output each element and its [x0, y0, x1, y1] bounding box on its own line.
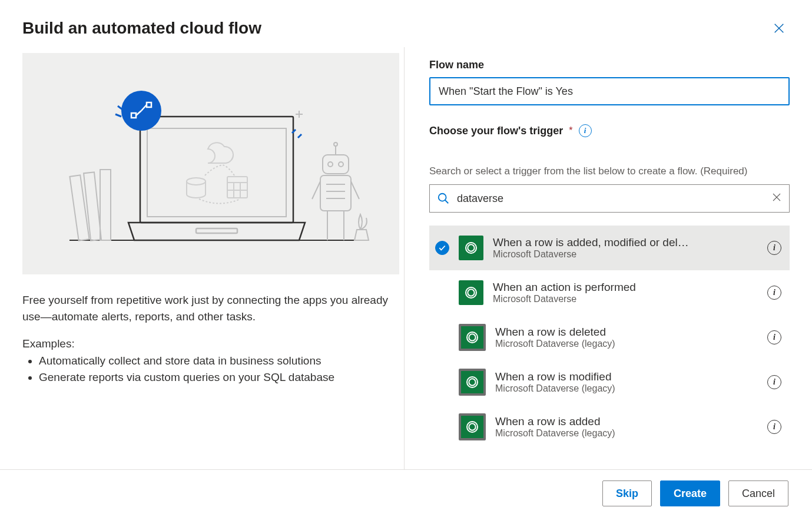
examples-label: Examples:	[22, 337, 392, 350]
svg-rect-8	[196, 228, 237, 233]
dataverse-icon	[459, 280, 483, 305]
dataverse-icon	[459, 236, 483, 260]
svg-rect-5	[100, 170, 111, 240]
example-item: Generate reports via custom queries on y…	[39, 369, 392, 386]
trigger-text: When a row is addedMicrosoft Dataverse (…	[495, 415, 758, 439]
trigger-item[interactable]: When a row is modifiedMicrosoft Datavers…	[429, 360, 790, 405]
flowname-label: Flow name	[429, 59, 790, 71]
svg-rect-3	[69, 175, 89, 240]
left-panel: Free yourself from repetitive work just …	[22, 47, 404, 469]
build-flow-dialog: Build an automated cloud flow	[0, 0, 812, 517]
trigger-subtitle: Microsoft Dataverse (legacy)	[495, 383, 758, 394]
trigger-label: Choose your flow's trigger	[429, 125, 563, 137]
svg-rect-6	[140, 117, 293, 223]
close-icon	[773, 22, 786, 35]
dialog-footer: Skip Create Cancel	[0, 469, 812, 517]
trigger-text: When a row is modifiedMicrosoft Datavers…	[495, 370, 758, 394]
svg-rect-4	[84, 172, 101, 240]
example-item: Automatically collect and store data in …	[39, 353, 392, 369]
trigger-item[interactable]: When a row is added, modified or del…Mic…	[429, 226, 790, 270]
trigger-search[interactable]	[429, 184, 790, 213]
check-icon	[438, 244, 446, 252]
required-mark: *	[569, 125, 572, 136]
close-button[interactable]	[770, 19, 788, 38]
trigger-info-icon[interactable]: i	[767, 420, 781, 434]
cancel-button[interactable]: Cancel	[728, 480, 788, 506]
svg-line-35	[115, 114, 121, 117]
trigger-title: When a row is deleted	[495, 326, 758, 339]
trigger-radio[interactable]	[435, 241, 449, 255]
trigger-info-icon[interactable]: i	[767, 241, 781, 255]
trigger-title: When a row is added, modified or del…	[493, 236, 758, 249]
trigger-title: When an action is performed	[493, 281, 758, 294]
dataverse-icon	[459, 413, 486, 440]
svg-point-9	[187, 178, 206, 185]
svg-point-17	[339, 162, 343, 167]
trigger-subtitle: Microsoft Dataverse (legacy)	[495, 428, 758, 439]
trigger-info-icon[interactable]: i	[767, 286, 781, 300]
trigger-helper: Search or select a trigger from the list…	[429, 165, 790, 177]
flowname-input[interactable]	[429, 77, 790, 105]
examples-list: Automatically collect and store data in …	[22, 353, 392, 385]
flow-illustration	[22, 53, 399, 274]
clear-icon	[771, 192, 782, 203]
dialog-header: Build an automated cloud flow	[0, 0, 812, 47]
dataverse-icon	[459, 369, 486, 396]
svg-line-38	[298, 134, 301, 138]
clear-search-button[interactable]	[771, 192, 782, 206]
trigger-subtitle: Microsoft Dataverse	[493, 249, 758, 260]
trigger-info-icon[interactable]: i	[767, 375, 781, 389]
trigger-search-input[interactable]	[457, 193, 764, 205]
svg-rect-10	[227, 177, 247, 198]
trigger-text: When a row is added, modified or del…Mic…	[493, 236, 758, 260]
info-icon[interactable]: i	[579, 124, 592, 137]
trigger-subtitle: Microsoft Dataverse (legacy)	[495, 339, 758, 349]
svg-point-16	[328, 162, 333, 167]
dialog-title: Build an automated cloud flow	[22, 19, 261, 38]
svg-line-27	[351, 181, 359, 199]
search-icon	[437, 192, 450, 205]
svg-rect-20	[320, 175, 351, 211]
trigger-subtitle: Microsoft Dataverse	[493, 294, 758, 304]
right-panel: Flow name Choose your flow's trigger * i…	[404, 47, 790, 469]
dataverse-icon	[459, 324, 486, 351]
trigger-title: When a row is added	[495, 415, 758, 428]
trigger-item[interactable]: When a row is addedMicrosoft Dataverse (…	[429, 405, 790, 449]
trigger-info-icon[interactable]: i	[767, 330, 781, 344]
trigger-title: When a row is modified	[495, 370, 758, 383]
svg-line-26	[312, 181, 320, 199]
svg-rect-15	[323, 155, 349, 174]
trigger-list: When a row is added, modified or del…Mic…	[429, 226, 790, 469]
trigger-text: When an action is performedMicrosoft Dat…	[493, 281, 758, 304]
trigger-text: When a row is deletedMicrosoft Dataverse…	[495, 326, 758, 349]
description-text: Free yourself from repetitive work just …	[22, 292, 392, 324]
svg-point-39	[439, 194, 446, 201]
trigger-item[interactable]: When a row is deletedMicrosoft Dataverse…	[429, 315, 790, 360]
create-button[interactable]: Create	[660, 480, 720, 506]
svg-line-40	[445, 200, 449, 204]
svg-point-19	[334, 142, 337, 146]
skip-button[interactable]: Skip	[602, 480, 652, 506]
trigger-item[interactable]: When an action is performedMicrosoft Dat…	[429, 270, 790, 315]
